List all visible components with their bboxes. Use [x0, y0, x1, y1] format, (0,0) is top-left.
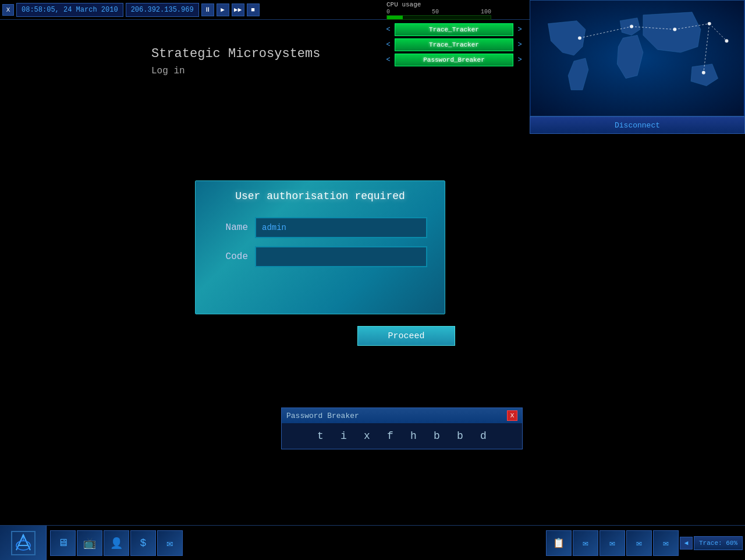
- svg-point-5: [578, 36, 581, 40]
- bottom-right-icon-1[interactable]: 📋: [546, 530, 572, 556]
- code-row: Code: [213, 246, 427, 267]
- bottom-icon-tv[interactable]: 📺: [77, 530, 102, 556]
- cpu-bar: [386, 15, 491, 20]
- map-panel: [530, 0, 745, 116]
- bottom-right-icon-4[interactable]: ✉: [626, 530, 652, 556]
- bottom-icons: 🖥 📺 👤 $ ✉: [47, 530, 186, 556]
- name-row: Name: [213, 217, 427, 238]
- pw-breaker-close-button[interactable]: X: [507, 410, 517, 421]
- ip-display: 206.392.135.969: [126, 3, 199, 17]
- pw-char-5: b: [430, 430, 444, 442]
- cpu-bar-fill: [387, 16, 403, 19]
- bottom-icon-mail[interactable]: ✉: [157, 530, 183, 556]
- cpu-panel: CPU usage 0 50 100: [384, 0, 524, 21]
- disconnect-button[interactable]: Disconnect: [530, 116, 745, 134]
- svg-point-9: [702, 71, 705, 75]
- app-logo: [0, 526, 47, 561]
- site-title: Strategic Microsystems: [151, 47, 524, 61]
- code-input[interactable]: [255, 246, 427, 267]
- bottom-icon-dollar[interactable]: $: [130, 530, 156, 556]
- svg-point-7: [673, 28, 676, 31]
- cpu-scale: 0 50 100: [386, 9, 491, 15]
- close-button[interactable]: X: [2, 4, 14, 16]
- auth-form: Name Code: [196, 211, 445, 281]
- password-breaker-panel: Password Breaker X t i x f h b b d: [281, 407, 523, 449]
- name-input[interactable]: [255, 217, 427, 238]
- pw-breaker-chars: t i x f h b b d: [282, 423, 522, 449]
- pw-char-3: f: [384, 430, 398, 442]
- proceed-button[interactable]: Proceed: [357, 326, 455, 346]
- code-label: Code: [213, 251, 248, 262]
- site-subtitle: Log in: [151, 66, 524, 76]
- pw-breaker-title: Password Breaker: [286, 412, 359, 420]
- bottom-icon-user[interactable]: 👤: [104, 530, 129, 556]
- svg-point-15: [22, 535, 24, 537]
- logo-icon: [9, 529, 37, 557]
- bottom-right-icon-2[interactable]: ✉: [573, 530, 598, 556]
- bottom-icon-monitor[interactable]: 🖥: [50, 530, 76, 556]
- pw-breaker-titlebar: Password Breaker X: [282, 408, 522, 423]
- pw-char-2: x: [360, 430, 374, 442]
- bottom-right: 📋 ✉ ✉ ✉ ✉ ◀ Trace: 60%: [546, 530, 745, 556]
- bottom-arrow-button[interactable]: ◀: [680, 537, 693, 550]
- svg-point-6: [630, 25, 633, 29]
- bottom-bar: 🖥 📺 👤 $ ✉ 📋 ✉ ✉ ✉ ✉ ◀ Trace: 60%: [0, 525, 745, 560]
- auth-dialog: User authorisation required Name Code: [195, 180, 445, 314]
- auth-title: User authorisation required: [196, 181, 445, 211]
- trace-badge: Trace: 60%: [694, 536, 743, 550]
- world-map: [530, 1, 744, 116]
- pw-char-1: i: [337, 430, 351, 442]
- pw-char-4: h: [407, 430, 421, 442]
- bottom-right-icon-3[interactable]: ✉: [599, 530, 625, 556]
- main-content: Strategic Microsystems Log in: [0, 23, 524, 76]
- datetime-display: 08:58:05, 24 March 2010: [16, 3, 123, 17]
- stop-button[interactable]: ■: [247, 3, 260, 16]
- pw-char-7: d: [477, 430, 491, 442]
- pause-button[interactable]: ⏸: [201, 3, 214, 16]
- skip-button[interactable]: ▶▶: [232, 3, 244, 16]
- bottom-right-icon-5[interactable]: ✉: [653, 530, 679, 556]
- name-label: Name: [213, 222, 248, 233]
- pw-char-6: b: [453, 430, 467, 442]
- pw-char-0: t: [314, 430, 328, 442]
- cpu-label: CPU usage: [386, 1, 522, 8]
- forward-button[interactable]: ▶: [217, 3, 229, 16]
